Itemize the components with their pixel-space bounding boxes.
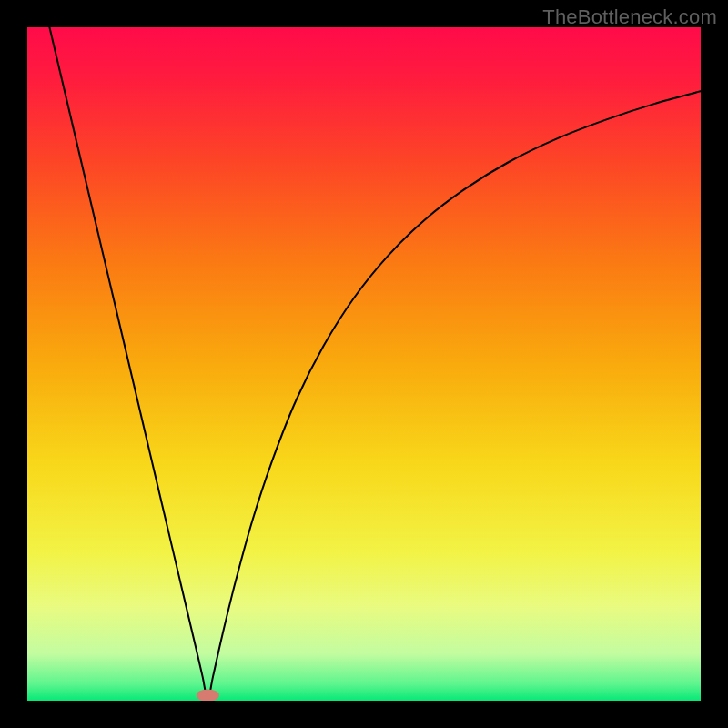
watermark-text: TheBottleneck.com — [542, 5, 717, 29]
chart-frame: TheBottleneck.com — [0, 0, 728, 728]
chart-svg — [27, 27, 701, 701]
plot-area — [27, 27, 701, 701]
